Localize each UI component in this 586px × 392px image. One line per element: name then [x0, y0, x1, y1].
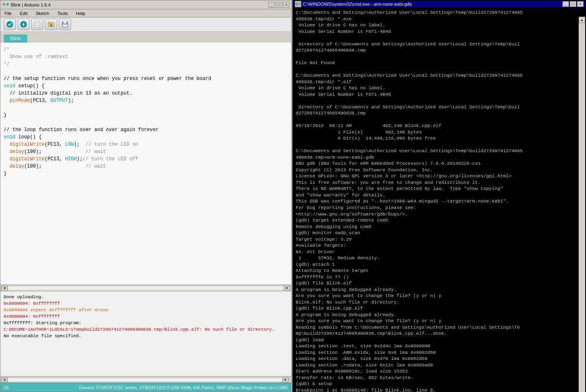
cmd-title-left: C:\ C:\WINDOWS\system32\cmd.exe - arm-no…	[295, 1, 412, 7]
arduino-maximize-button[interactable]: □	[276, 2, 282, 8]
verify-icon	[6, 21, 13, 28]
arduino-output-scrollbar[interactable]: ◄ ►	[0, 376, 291, 383]
output-line-7: 0x8000004: 0xffffffff	[4, 314, 288, 320]
menu-file[interactable]: File	[2, 11, 14, 16]
save-button[interactable]	[59, 19, 71, 30]
arduino-tabs: Blink	[0, 32, 291, 43]
cmd-content[interactable]: C:\Documents and Settings\Authorized Use…	[293, 8, 585, 392]
save-icon	[61, 21, 69, 28]
arduino-titlebar: ✦✦ Blink | Arduino 1.6.4 _ □ ×	[0, 0, 291, 9]
output-line-5: 0x8000004 expect 0xffffffff after erase	[4, 307, 288, 314]
upload-button[interactable]	[17, 19, 30, 30]
output-line-10: C:DOCUME~1AUTHOR~1LOCALS~1Tempbuild27299…	[4, 327, 288, 333]
cmd-scroll-up[interactable]: ▲	[579, 17, 585, 23]
menu-sketch[interactable]: Sketch	[33, 11, 52, 16]
open-icon	[48, 21, 55, 28]
cmd-scroll-track	[579, 23, 585, 392]
blink-tab[interactable]: Blink	[4, 34, 27, 43]
arduino-toolbar	[0, 17, 291, 32]
svg-point-0	[6, 21, 13, 28]
status-board-info: Generic STM32F103C series, STM32F103C8 (…	[79, 385, 288, 390]
open-button[interactable]	[45, 19, 57, 30]
cmd-window: C:\ C:\WINDOWS\system32\cmd.exe - arm-no…	[292, 0, 586, 392]
menu-tools[interactable]: Tools	[55, 11, 70, 16]
cmd-vertical-scrollbar[interactable]: ▲ ▼	[579, 17, 585, 392]
menu-edit[interactable]: Edit	[17, 11, 30, 16]
svg-rect-8	[48, 22, 51, 24]
svg-rect-13	[63, 22, 67, 24]
menu-help[interactable]: Help	[74, 11, 88, 16]
arduino-editor-scrollbar[interactable]: ◄ ►	[0, 284, 291, 291]
arduino-logo-icon: ✦✦	[2, 2, 9, 7]
cmd-minimize-button[interactable]: _	[562, 1, 569, 7]
code-comment: /* Show use of .ramtext */	[4, 47, 68, 67]
cmd-icon: C:\	[295, 1, 301, 7]
arduino-editor[interactable]: /* Show use of .ramtext */ // the setup …	[0, 43, 291, 284]
cmd-title-text: C:\WINDOWS\system32\cmd.exe - arm-none-e…	[303, 2, 412, 6]
arduino-title-text: Blink | Arduino 1.6.4	[11, 2, 51, 7]
output-line-1: Done uploading.	[4, 294, 288, 301]
cmd-wrapper: C:\Documents and Settings\Authorized Use…	[293, 8, 585, 392]
scroll-left-button[interactable]: ◄	[1, 286, 8, 291]
cmd-maximize-button[interactable]: □	[570, 1, 576, 7]
output-scroll-left[interactable]: ◄	[1, 377, 8, 382]
upload-icon	[20, 21, 27, 28]
arduino-title-buttons: _ □ ×	[268, 2, 290, 8]
arduino-ide-window: ✦✦ Blink | Arduino 1.6.4 _ □ × File Edit…	[0, 0, 292, 392]
svg-rect-14	[63, 24, 67, 27]
arduino-menubar: File Edit Sketch Tools Help	[0, 9, 291, 17]
verify-button[interactable]	[4, 19, 16, 30]
new-button[interactable]	[31, 19, 43, 30]
scroll-track	[8, 286, 284, 290]
arduino-statusbar: 18 Generic STM32F103C series, STM32F103C…	[0, 383, 291, 392]
output-line-8: 0xffffffff: Starting program:	[4, 320, 288, 327]
cmd-close-button[interactable]: ×	[577, 1, 584, 7]
status-line-number: 18	[4, 385, 9, 390]
output-scroll-right[interactable]: ►	[282, 377, 289, 382]
output-scroll-track	[8, 378, 282, 382]
arduino-close-button[interactable]: ×	[283, 2, 290, 8]
cmd-title-buttons: _ □ ×	[562, 1, 584, 7]
output-line-12: No executable file specified.	[4, 333, 288, 340]
arduino-output-panel: Done uploading. 0x8000004: 0xffffffff 0x…	[0, 291, 291, 376]
new-icon	[34, 21, 41, 28]
arduino-minimize-button[interactable]: _	[268, 2, 275, 8]
output-line-3: 0x8000004: 0xffffffff	[4, 301, 288, 307]
scroll-right-button[interactable]: ►	[284, 286, 290, 291]
cmd-titlebar: C:\ C:\WINDOWS\system32\cmd.exe - arm-no…	[293, 1, 585, 8]
